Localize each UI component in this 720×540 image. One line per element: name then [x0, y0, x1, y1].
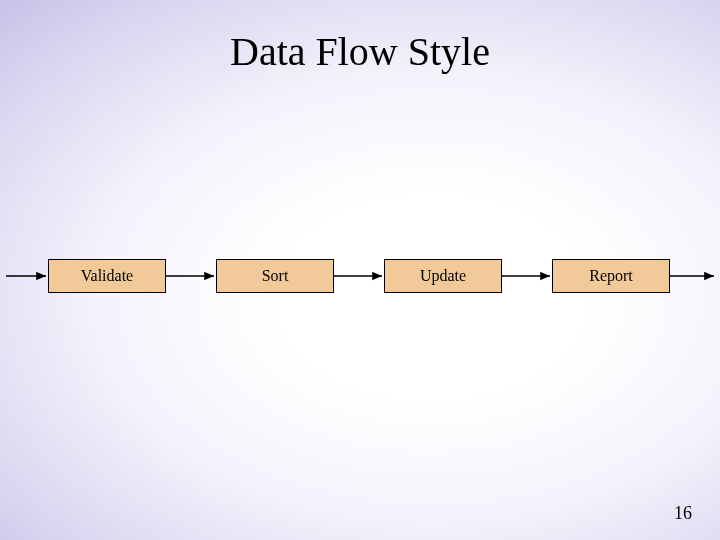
process-box-update: Update [384, 259, 502, 293]
process-label: Update [420, 267, 466, 285]
process-label: Sort [262, 267, 289, 285]
data-flow-diagram: Validate Sort Update Report [0, 254, 720, 298]
process-box-validate: Validate [48, 259, 166, 293]
process-box-report: Report [552, 259, 670, 293]
slide-title: Data Flow Style [0, 28, 720, 75]
page-number: 16 [674, 503, 692, 524]
process-box-sort: Sort [216, 259, 334, 293]
slide: Data Flow Style Validate Sort Update Rep… [0, 0, 720, 540]
process-label: Validate [81, 267, 133, 285]
process-label: Report [589, 267, 633, 285]
